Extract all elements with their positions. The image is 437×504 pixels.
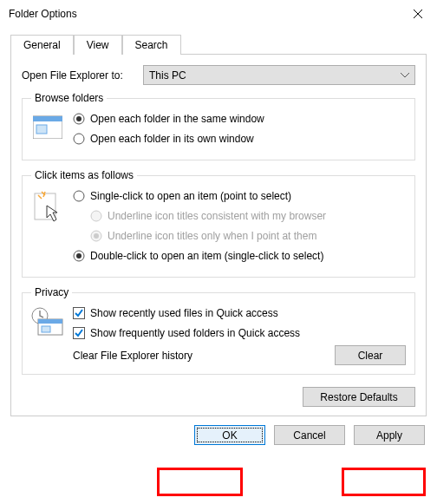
click-items-icon [31,188,64,268]
ok-button[interactable]: OK [194,425,265,445]
highlight-apply [342,468,426,496]
highlight-ok [157,468,243,496]
svg-rect-1 [33,116,62,121]
opt-frequent-folders[interactable]: Show frequently used folders in Quick ac… [90,327,300,339]
opt-double-click[interactable]: Double-click to open an item (single-cli… [90,250,323,262]
svg-rect-2 [36,125,47,134]
browse-folders-legend: Browse folders [31,92,107,104]
opt-underline-point: Underline icon titles only when I point … [108,230,316,242]
window-title: Folder Options [9,8,77,20]
svg-point-5 [74,134,84,144]
chevron-down-icon [401,73,409,78]
svg-rect-15 [38,319,62,324]
open-explorer-to-label: Open File Explorer to: [22,69,143,82]
tab-general[interactable]: General [10,35,74,55]
apply-button[interactable]: Apply [354,425,425,445]
checkbox-icon[interactable] [73,307,85,319]
cancel-button[interactable]: Cancel [274,425,345,445]
svg-point-8 [91,211,101,221]
dialog-buttons: OK Cancel Apply [0,416,437,454]
title-bar: Folder Options [0,0,437,28]
browse-folders-group: Browse folders Open each folder in the s… [22,92,415,160]
open-explorer-to-value: This PC [149,69,186,82]
radio-icon[interactable] [73,113,85,125]
radio-icon[interactable] [73,250,85,262]
opt-single-click[interactable]: Single-click to open an item (point to s… [90,190,291,202]
click-items-group: Click items as follows Single-click to o… [22,169,415,278]
close-button[interactable] [398,0,437,28]
opt-underline-browser: Underline icon titles consistent with my… [108,210,326,222]
open-explorer-to-select[interactable]: This PC [143,65,415,85]
tab-panel-general: Open File Explorer to: This PC Browse fo… [10,55,427,416]
clear-history-label: Clear File Explorer history [73,350,192,362]
svg-point-12 [76,253,82,259]
radio-icon[interactable] [73,133,85,145]
browse-folders-icon [31,111,64,151]
privacy-legend: Privacy [31,286,72,298]
tab-search[interactable]: Search [122,35,181,55]
opt-same-window[interactable]: Open each folder in the same window [90,113,264,125]
svg-rect-16 [42,326,50,332]
checkbox-icon[interactable] [73,327,85,339]
svg-point-4 [76,116,82,121]
opt-own-window[interactable]: Open each folder in its own window [90,133,254,145]
svg-point-7 [74,191,84,201]
clear-button[interactable]: Clear [335,345,406,365]
click-items-legend: Click items as follows [31,169,137,181]
svg-point-10 [94,233,99,239]
privacy-group: Privacy Show recently used files in Quic… [22,286,415,375]
radio-icon [90,210,102,222]
restore-defaults-button[interactable]: Restore Defaults [303,387,415,407]
radio-icon [90,230,102,242]
tab-strip: General View Search [10,35,427,55]
radio-icon[interactable] [73,190,85,202]
close-icon [414,10,422,18]
tab-view[interactable]: View [74,35,122,55]
privacy-icon [31,305,64,365]
opt-recent-files[interactable]: Show recently used files in Quick access [90,307,278,319]
